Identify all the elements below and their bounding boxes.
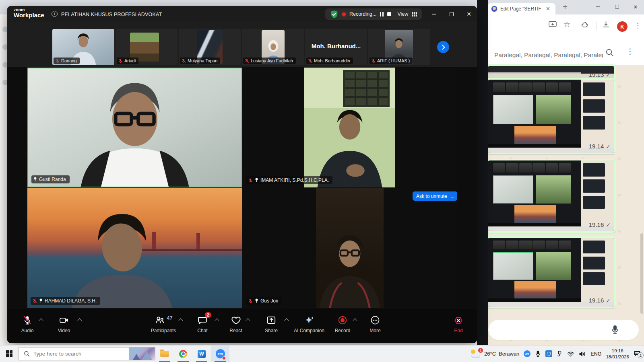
ai-companion-icon	[291, 314, 328, 326]
taskbar-clock[interactable]: 19:16 18/01/2026	[606, 348, 629, 360]
tab-close-icon[interactable]: ✕	[546, 6, 550, 11]
participant-thumbnail[interactable]: Moh. Burhanud... Moh. Burhanuddin	[305, 29, 367, 65]
message-image-bubble[interactable]: 19.16✓	[486, 159, 616, 233]
recording-pill: Recording... View	[325, 8, 422, 20]
pause-recording-button[interactable]	[380, 12, 384, 16]
react-button[interactable]: React	[221, 314, 251, 333]
zoom-titlebar: zoom Workplace i PELATIHAN KHUSUS PROFES…	[7, 6, 477, 22]
view-button-label[interactable]: View	[397, 11, 408, 17]
message-time: 19.16	[589, 297, 604, 304]
zoom-taskbar-icon[interactable]: zm	[211, 346, 229, 362]
participant-options-button[interactable]: ...	[448, 191, 457, 201]
audio-label: Audio	[12, 328, 43, 333]
meeting-info-icon[interactable]: i	[52, 11, 58, 17]
ask-to-unmute-button[interactable]: Ask to unmute	[413, 191, 451, 201]
zoom-tray-icon[interactable]: zm	[524, 350, 530, 357]
pin-icon	[39, 298, 43, 303]
video-tile[interactable]: IMAM AFKIRI, S.Pd,S.H.C.PLA.	[243, 68, 457, 187]
microphone-tray-icon[interactable]	[535, 350, 541, 357]
video-tile-active-speaker[interactable]: Gusti Randa	[27, 68, 242, 187]
participant-video	[304, 68, 395, 187]
file-explorer-taskbar-icon[interactable]	[155, 346, 174, 362]
participant-name-tag: ARIF ( HUMAS )	[369, 58, 413, 64]
profile-avatar[interactable]: K	[617, 21, 627, 32]
more-ellipsis-icon	[360, 314, 390, 326]
participants-button[interactable]: 47 Participants	[144, 314, 183, 333]
search-highlight-image[interactable]	[129, 347, 155, 360]
participant-filmstrip: Danang Ariadi Mulyana Topan	[7, 22, 477, 67]
taskbar-search-box[interactable]	[19, 347, 155, 360]
app-tray-icon[interactable]	[545, 350, 552, 357]
search-input[interactable]	[33, 351, 126, 357]
chat-menu-icon[interactable]: ⋮	[626, 47, 634, 56]
mic-muted-icon	[308, 59, 312, 63]
language-indicator[interactable]: ENG	[590, 351, 601, 357]
ai-companion-label: AI Companion	[291, 328, 328, 333]
browser-close-button[interactable]: ✕	[627, 0, 644, 14]
message-image-bubble[interactable]: 19.14✓	[486, 78, 616, 154]
new-tab-button[interactable]: +	[563, 2, 568, 12]
volume-tray-icon[interactable]	[579, 351, 586, 357]
meeting-screenshot-image: 19.16✓	[488, 160, 614, 231]
browser-tab[interactable]: Edit Page “SERTIF ✕	[488, 3, 555, 14]
security-shield-icon[interactable]	[330, 10, 339, 19]
participant-name-tag: Lusiana Ayu Fadhilah	[243, 58, 296, 64]
browser-minimize-button[interactable]	[589, 0, 606, 14]
end-meeting-button[interactable]: End	[443, 314, 474, 333]
record-button[interactable]: Record	[327, 314, 358, 333]
voice-message-mic-icon[interactable]	[611, 325, 619, 336]
zoom-minimize-button[interactable]	[427, 6, 441, 22]
pin-icon	[33, 177, 37, 182]
message-image-bubble[interactable]: 19.16✓	[486, 236, 616, 309]
participant-thumbnail[interactable]: ARIF ( HUMAS )	[368, 29, 430, 65]
extensions-icon[interactable]	[581, 21, 588, 30]
notification-count-badge: 2	[638, 352, 644, 358]
participant-thumbnail[interactable]: Danang	[52, 29, 114, 65]
search-icon	[24, 351, 30, 357]
notification-center-icon[interactable]: 2	[634, 350, 641, 357]
browser-restore-button[interactable]	[609, 0, 625, 14]
downloads-icon[interactable]	[602, 21, 610, 30]
more-button[interactable]: More	[360, 314, 390, 333]
meeting-title: PELATIHAN KHUSUS PROFESI ADVOKAT	[61, 12, 162, 17]
browser-menu-icon[interactable]: ⋮	[634, 21, 641, 30]
mic-muted-icon	[118, 59, 123, 63]
video-button[interactable]: Video	[49, 314, 79, 333]
word-taskbar-icon[interactable]: W	[192, 346, 211, 362]
search-icon[interactable]	[605, 48, 614, 58]
share-button[interactable]: Share	[256, 314, 287, 333]
mic-muted-icon	[55, 59, 60, 63]
start-button[interactable]	[0, 346, 19, 362]
next-participants-page-button[interactable]	[437, 41, 449, 53]
audio-button[interactable]: Audio	[12, 314, 43, 333]
participant-video	[68, 74, 201, 187]
install-icon[interactable]	[549, 21, 557, 30]
ai-companion-button[interactable]: AI Companion	[291, 314, 328, 333]
stop-recording-button[interactable]	[387, 12, 391, 16]
participant-thumbnail[interactable]: Lusiana Ayu Fadhilah	[242, 29, 304, 65]
view-grid-icon[interactable]	[412, 12, 417, 16]
share-screen-icon	[256, 314, 287, 326]
chat-button[interactable]: 2 Chat	[187, 314, 218, 333]
video-tile[interactable]: RAHMAD DILAGA, S.H.	[27, 188, 242, 308]
folder-icon	[160, 351, 169, 357]
wifi-tray-icon[interactable]	[567, 351, 574, 357]
chrome-taskbar-icon[interactable]	[174, 346, 192, 362]
participants-count: 47	[167, 315, 173, 321]
usb-tray-icon[interactable]	[557, 350, 563, 357]
weather-widget[interactable]: 1 26°C Berawan	[471, 350, 519, 358]
participant-thumbnail[interactable]: Mulyana Topan	[179, 29, 241, 65]
zoom-workplace-logo: zoom Workplace	[14, 8, 44, 19]
camera-icon	[49, 314, 79, 326]
participant-name-tag: IMAM AFKIRI, S.Pd,S.H.C.PLA.	[246, 176, 332, 184]
mic-muted-icon	[182, 59, 186, 63]
bookmark-star-icon[interactable]: ☆	[564, 20, 570, 29]
mic-muted-icon	[33, 299, 37, 303]
video-tile[interactable]: Gus Jox	[243, 188, 457, 308]
zoom-maximize-button[interactable]	[445, 6, 458, 22]
participant-thumbnail[interactable]: Ariadi	[116, 29, 178, 65]
scrollbar[interactable]	[640, 233, 643, 314]
zoom-close-button[interactable]: ✕	[462, 6, 476, 22]
mic-muted-icon	[248, 178, 253, 183]
message-input[interactable]	[488, 320, 639, 340]
